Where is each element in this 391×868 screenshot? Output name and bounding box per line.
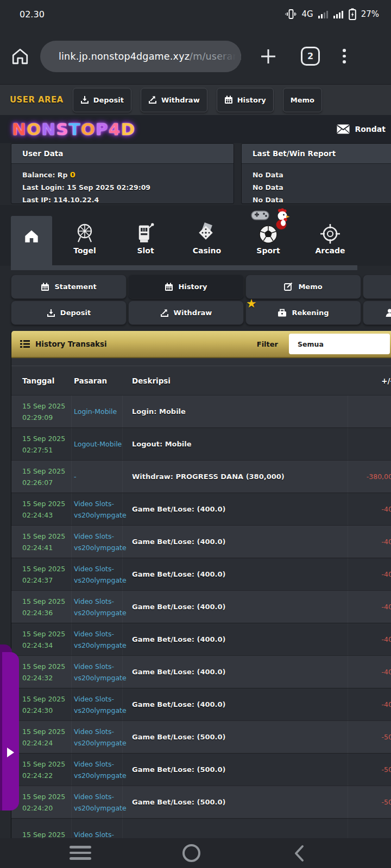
network-type-label: 4G [301,9,313,19]
tab-casino[interactable]: Casino [176,216,237,266]
tab-home[interactable] [11,216,52,270]
table-row: 15 Sep 202502:29:09 Login-Mobile Login: … [11,395,391,427]
tab-sport[interactable]: Sport [238,216,299,266]
row-amount [348,819,391,838]
withdraw-quick-button[interactable]: Withdraw [141,88,207,112]
home-button[interactable] [11,48,29,65]
calendar-icon [165,283,173,291]
announcement-marquee: Rondat [337,124,386,134]
filter-select[interactable]: Semua [289,334,390,354]
side-drawer-handle[interactable] [0,644,20,812]
memo-quick-button[interactable]: Memo [283,88,322,112]
row-amount: -40 [348,493,391,525]
house-icon [23,229,40,243]
history-button[interactable]: History [128,275,244,299]
memo-button[interactable]: Memo [245,275,361,299]
battery-charging-icon [349,8,356,20]
row-pasaran: Video Slots-vs20olympgate [72,623,123,655]
rekening-button[interactable]: ★ Rekening [245,301,361,325]
row-amount: -40 [348,688,391,720]
history-panel-title: History Transaksi [35,340,107,348]
dice-icon [197,222,217,244]
mail-icon [337,124,350,134]
col-deskripsi: Deskripsi [123,376,348,385]
row-deskripsi: Withdraw: PROGRESS DANA (380,000) [123,461,348,493]
deposit-icon [47,309,55,317]
row-amount: -380,00 [348,461,391,493]
extra-menu-button[interactable] [363,275,391,299]
nav-back-button[interactable] [293,845,305,862]
table-row: 15 Sep 202502:27:51 Logout-Mobile Logout… [11,427,391,460]
row-pasaran: Video Slots- [72,819,123,838]
row-date: 15 Sep 202502:24:34 [11,623,72,655]
row-date: 15 Sep 202502:24:20 [11,786,72,818]
last-bet-win-card: Last Bet/Win Report No Data No Data No D… [241,143,391,204]
table-row: 15 Sep 202502:24:20 Video Slots-vs20olym… [11,786,391,818]
balance-value: 0 [70,170,75,179]
tab-togel[interactable]: Togel [54,216,115,266]
row-pasaran: Video Slots-vs20olympgate [72,526,123,558]
table-row: 15 Sep 202502:24:43 Video Slots-vs20olym… [11,493,391,525]
table-row: 15 Sep 202502:24:34 Video Slots-vs20olym… [11,623,391,655]
row-amount: -40 [348,591,391,623]
row-amount [348,395,391,427]
row-amount [348,428,391,460]
history-panel-header: History Transaksi Filter Semua [11,331,391,358]
no-data-line: No Data [253,169,391,181]
balance-line: Balance: Rp 0 [22,169,223,181]
table-row: 15 Sep 202502:24:36 Video Slots-vs20olym… [11,590,391,623]
row-amount: -40 [348,623,391,655]
tab-slot[interactable]: Slot [115,216,176,266]
col-tanggal: Tanggal [11,376,72,385]
row-amount: -50 [348,786,391,818]
site-header: NONSTOP4D Rondat [0,115,391,143]
history-transaksi-panel: History Transaksi Filter Semua Tanggal P… [11,331,391,838]
calendar-icon [41,283,49,291]
nav-home-button[interactable] [182,844,200,862]
col-amount: +/- [348,376,391,385]
extra-account-button[interactable] [363,301,391,325]
row-date: 15 Sep 202502:24:32 [11,656,72,688]
deposit-button[interactable]: Deposit [11,301,127,325]
star-icon: ★ [246,297,257,310]
row-deskripsi: Game Bet/Lose: (500.0) [123,754,348,786]
row-pasaran: Video Slots-vs20olympgate [72,558,123,590]
nav-recents-button[interactable] [70,846,91,860]
browser-menu-button[interactable] [343,49,346,63]
row-pasaran: Video Slots-vs20olympgate [72,786,123,818]
no-data-line: No Data [253,194,391,204]
site-logo[interactable]: NONSTOP4D [12,119,135,139]
active-tab-strip [11,265,357,270]
row-deskripsi: Game Bet/Lose: (400.0) [123,493,348,525]
row-amount: -50 [348,721,391,753]
row-date: 15 Sep 202502:24:41 [11,526,72,558]
togel-wheel-icon [75,222,94,244]
signal-sim1-icon [318,10,329,18]
memo-pencil-icon [284,282,293,291]
table-row: 15 Sep 202502:26:07 - Withdraw: PROGRESS… [11,460,391,493]
table-row: 15 Sep 202502:24:32 Video Slots-vs20olym… [11,655,391,688]
withdraw-button[interactable]: Withdraw [128,301,244,325]
android-nav-bar [0,838,391,868]
last-ip-line: Last IP: 114.10.22.4 [22,194,223,204]
row-pasaran: Video Slots-vs20olympgate [72,721,123,753]
user-data-card-title: User Data [11,144,234,164]
row-deskripsi: Game Bet/Lose: (400.0) [123,656,348,688]
row-deskripsi: Game Bet/Lose: (400.0) [123,526,348,558]
briefcase-icon [278,309,287,317]
table-row: 15 Sep 2025 Video Slots- [11,818,391,838]
status-bar: 02.30 4G 2 [0,0,391,28]
table-row: 15 Sep 202502:24:22 Video Slots-vs20olym… [11,753,391,786]
tab-switcher-button[interactable]: 2 [301,47,320,66]
row-date: 15 Sep 202502:24:22 [11,754,72,786]
row-date: 15 Sep 202502:24:30 [11,688,72,720]
url-text: link.jp.nonstop4dgame.xyz/m/userarea [59,51,241,62]
row-date: 15 Sep 202502:29:09 [11,395,72,427]
history-quick-button[interactable]: History [217,88,274,112]
url-bar[interactable]: link.jp.nonstop4dgame.xyz/m/userarea [40,41,241,72]
tab-arcade[interactable]: Arcade [300,216,361,266]
statement-button[interactable]: Statement [11,275,127,299]
new-tab-button[interactable] [260,48,277,65]
deposit-quick-button[interactable]: Deposit [73,88,131,112]
row-pasaran: - [72,461,123,493]
